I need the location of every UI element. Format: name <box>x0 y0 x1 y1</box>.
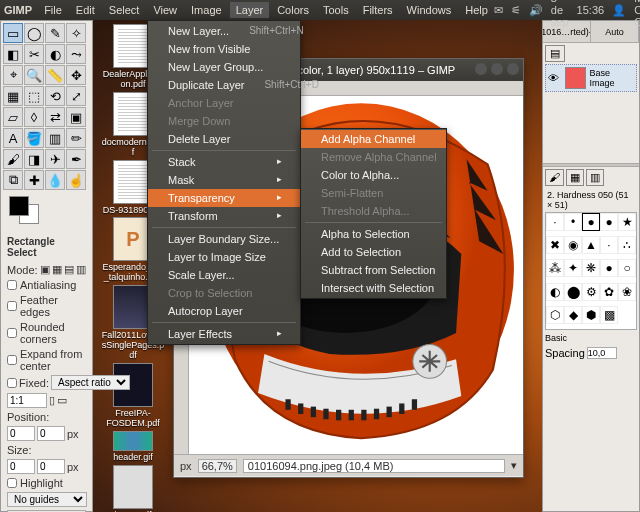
menu-item[interactable]: Transparency▸ <box>148 189 300 207</box>
brush-item[interactable]: ✖ <box>546 236 564 254</box>
eraser-tool[interactable]: ◨ <box>24 149 44 169</box>
brush-item[interactable]: ❀ <box>618 283 636 301</box>
menu-file[interactable]: File <box>38 2 68 18</box>
shear-tool[interactable]: ▱ <box>3 107 23 127</box>
menu-windows[interactable]: Windows <box>401 2 458 18</box>
antialias-checkbox[interactable] <box>7 280 17 290</box>
mode-add-icon[interactable]: ▦ <box>52 263 62 276</box>
brush-item[interactable]: ★ <box>618 213 636 231</box>
mode-replace-icon[interactable]: ▣ <box>40 263 50 276</box>
layer-row[interactable]: 👁 Base Image <box>545 64 637 92</box>
desktop-file[interactable]: FreeIPA-FOSDEM.pdf <box>101 363 165 429</box>
menu-help[interactable]: Help <box>459 2 494 18</box>
brush-item[interactable]: ✦ <box>564 259 582 277</box>
color-select-tool[interactable]: ◧ <box>3 44 23 64</box>
menu-item[interactable]: Delete Layer <box>148 130 300 148</box>
menu-colors[interactable]: Colors <box>271 2 315 18</box>
paintbrush-tool[interactable]: 🖌 <box>3 149 23 169</box>
layer-name[interactable]: Base Image <box>590 68 635 88</box>
size-w-input[interactable] <box>7 459 35 474</box>
brush-item[interactable]: ○ <box>618 259 636 277</box>
brush-item[interactable]: ● <box>600 259 618 277</box>
menu-layer[interactable]: Layer <box>230 2 270 18</box>
clock-time[interactable]: 15:36 <box>577 4 605 16</box>
menu-item[interactable]: Layer to Image Size <box>148 248 300 266</box>
menu-item[interactable]: Transform▸ <box>148 207 300 225</box>
menu-item[interactable]: Mask▸ <box>148 171 300 189</box>
landscape-icon[interactable]: ▭ <box>57 394 67 407</box>
mail-icon[interactable]: ✉ <box>494 4 503 17</box>
brush-item[interactable]: ◐ <box>546 283 564 301</box>
pos-x-input[interactable] <box>7 426 35 441</box>
color-swatches[interactable] <box>5 196 88 228</box>
ink-tool[interactable]: ✒ <box>66 149 86 169</box>
portrait-icon[interactable]: ▯ <box>49 394 55 407</box>
brushes-tab-icon[interactable]: 🖌 <box>545 169 564 186</box>
align-tool[interactable]: ▦ <box>3 86 23 106</box>
text-tool[interactable]: A <box>3 128 23 148</box>
rect-select-tool[interactable]: ▭ <box>3 23 23 43</box>
menu-item[interactable]: New Layer Group... <box>148 58 300 76</box>
menu-item[interactable]: Subtract from Selection <box>301 261 446 279</box>
brush-item[interactable]: ⚙ <box>582 283 600 301</box>
flip-tool[interactable]: ⇄ <box>45 107 65 127</box>
brush-item[interactable]: ● <box>600 213 618 231</box>
unit-select[interactable]: px <box>180 460 192 472</box>
crop-tool[interactable]: ⬚ <box>24 86 44 106</box>
menu-item[interactable]: New from Visible <box>148 40 300 58</box>
pos-y-input[interactable] <box>37 426 65 441</box>
color-picker-tool[interactable]: ⌖ <box>3 65 23 85</box>
scale-tool[interactable]: ⤢ <box>66 86 86 106</box>
fixed-checkbox[interactable] <box>7 378 17 388</box>
spacing-input[interactable] <box>587 347 617 359</box>
layers-tab-icon[interactable]: ▤ <box>545 45 565 62</box>
brush-item[interactable]: ⬡ <box>546 306 564 324</box>
ellipse-select-tool[interactable]: ◯ <box>24 23 44 43</box>
foreground-select-tool[interactable]: ◐ <box>45 44 65 64</box>
measure-tool[interactable]: 📏 <box>45 65 65 85</box>
clock-date[interactable]: 5 de sep <box>551 0 569 28</box>
blend-tool[interactable]: ▥ <box>45 128 65 148</box>
cancel-icon[interactable]: ▾ <box>511 459 517 472</box>
zoom-level[interactable]: 66,7% <box>198 459 237 473</box>
smudge-tool[interactable]: ☝ <box>66 170 86 190</box>
brush-item[interactable]: · <box>546 213 564 231</box>
gradients-tab-icon[interactable]: ▥ <box>586 169 604 186</box>
fixed-select[interactable]: Aspect ratio <box>51 375 130 390</box>
menu-item[interactable]: Stack▸ <box>148 153 300 171</box>
maximize-button[interactable] <box>491 63 503 75</box>
fg-color[interactable] <box>9 196 29 216</box>
bucket-fill-tool[interactable]: 🪣 <box>24 128 44 148</box>
move-tool[interactable]: ✥ <box>66 65 86 85</box>
user-icon[interactable]: 👤 <box>612 4 626 17</box>
volume-icon[interactable]: 🔊 <box>529 4 543 17</box>
desktop-file[interactable]: jan12.pdf <box>101 465 165 512</box>
brush-item[interactable]: ✿ <box>600 283 618 301</box>
menu-item[interactable]: Color to Alpha... <box>301 166 446 184</box>
fuzzy-select-tool[interactable]: ✧ <box>66 23 86 43</box>
feather-checkbox[interactable] <box>7 301 17 311</box>
perspective-tool[interactable]: ◊ <box>24 107 44 127</box>
paths-tool[interactable]: ⤳ <box>66 44 86 64</box>
layer-thumbnail[interactable] <box>565 67 586 89</box>
brush-item[interactable]: · <box>600 236 618 254</box>
heal-tool[interactable]: ✚ <box>24 170 44 190</box>
cage-tool[interactable]: ▣ <box>66 107 86 127</box>
brush-item[interactable]: ▩ <box>600 306 618 324</box>
menu-item[interactable]: Alpha to Selection <box>301 225 446 243</box>
zoom-tool[interactable]: 🔍 <box>24 65 44 85</box>
free-select-tool[interactable]: ✎ <box>45 23 65 43</box>
patterns-tab-icon[interactable]: ▦ <box>566 169 584 186</box>
brush-item[interactable]: ◆ <box>564 306 582 324</box>
brush-item[interactable]: • <box>564 213 582 231</box>
menu-item[interactable]: Intersect with Selection <box>301 279 446 297</box>
menu-item[interactable]: Duplicate LayerShift+Ctrl+D <box>148 76 300 94</box>
close-button[interactable] <box>507 63 519 75</box>
brush-item[interactable]: ⬤ <box>564 283 582 301</box>
network-icon[interactable]: ⚟ <box>511 4 521 17</box>
size-h-input[interactable] <box>37 459 65 474</box>
highlight-checkbox[interactable] <box>7 478 17 488</box>
menu-edit[interactable]: Edit <box>70 2 101 18</box>
blur-tool[interactable]: 💧 <box>45 170 65 190</box>
brush-item[interactable]: ⬢ <box>582 306 600 324</box>
